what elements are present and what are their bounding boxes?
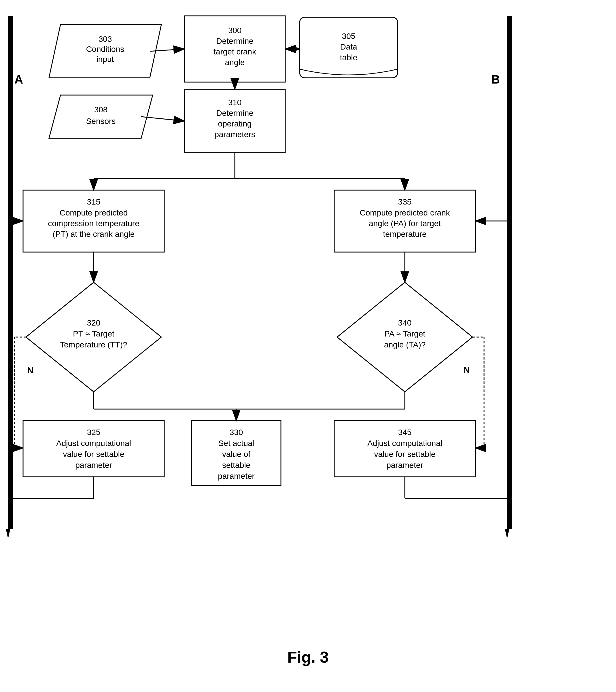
svg-text:340: 340 bbox=[398, 318, 412, 327]
svg-text:value for  settable: value for settable bbox=[63, 450, 124, 459]
svg-text:Sensors: Sensors bbox=[86, 117, 116, 126]
svg-text:N: N bbox=[27, 365, 34, 375]
svg-text:angle: angle bbox=[225, 58, 245, 67]
svg-text:A: A bbox=[15, 72, 23, 86]
svg-text:angle (PA) for target: angle (PA) for target bbox=[369, 219, 441, 228]
svg-text:Adjust computational: Adjust computational bbox=[56, 439, 131, 448]
node-300: 300 Determine target crank angle bbox=[185, 16, 285, 82]
svg-text:N: N bbox=[464, 365, 470, 375]
node-340: 340 PA ≈ Target angle (TA)? bbox=[337, 282, 472, 392]
node-303: 303 Conditions input bbox=[49, 24, 161, 78]
flowchart-svg: 303 Conditions input 300 Determine targe… bbox=[0, 0, 616, 692]
svg-text:300: 300 bbox=[228, 26, 242, 35]
node-305: 305 Data table bbox=[300, 17, 398, 78]
svg-text:parameter: parameter bbox=[218, 472, 255, 480]
svg-text:value for  settable: value for settable bbox=[374, 450, 436, 459]
svg-text:Set actual: Set actual bbox=[218, 439, 254, 448]
diagram-container: 303 Conditions input 300 Determine targe… bbox=[0, 0, 616, 692]
svg-text:Data: Data bbox=[340, 42, 357, 51]
svg-text:308: 308 bbox=[94, 105, 108, 114]
svg-text:(PT) at the crank angle: (PT) at the crank angle bbox=[53, 230, 135, 239]
svg-text:Compute predicted: Compute predicted bbox=[60, 208, 128, 217]
svg-text:angle (TA)?: angle (TA)? bbox=[384, 340, 426, 349]
svg-text:Temperature (TT)?: Temperature (TT)? bbox=[60, 340, 127, 349]
svg-text:B: B bbox=[491, 72, 500, 86]
svg-marker-81 bbox=[6, 529, 10, 539]
svg-text:table: table bbox=[340, 53, 358, 62]
svg-text:320: 320 bbox=[87, 318, 101, 327]
svg-text:parameter: parameter bbox=[75, 461, 112, 470]
svg-text:input: input bbox=[97, 55, 114, 64]
svg-text:305: 305 bbox=[342, 32, 356, 41]
svg-text:parameters: parameters bbox=[214, 130, 255, 139]
svg-text:Determine: Determine bbox=[216, 37, 253, 45]
svg-text:315: 315 bbox=[87, 197, 101, 206]
svg-text:operating: operating bbox=[218, 119, 252, 128]
svg-rect-82 bbox=[507, 16, 512, 529]
svg-text:temperature: temperature bbox=[383, 230, 427, 239]
svg-text:303: 303 bbox=[99, 35, 112, 43]
svg-text:Fig. 3: Fig. 3 bbox=[287, 648, 329, 666]
node-320: 320 PT ≈ Target Temperature (TT)? bbox=[26, 282, 161, 392]
svg-text:310: 310 bbox=[228, 98, 242, 107]
node-345: 345 Adjust computational value for setta… bbox=[334, 420, 475, 477]
svg-text:PT ≈ Target: PT ≈ Target bbox=[73, 329, 114, 338]
node-308: 308 Sensors bbox=[49, 95, 153, 138]
node-310: 310 Determine operating parameters bbox=[185, 89, 285, 153]
svg-text:Adjust computational: Adjust computational bbox=[367, 439, 442, 448]
node-330: 330 Set actual value of settable paramet… bbox=[192, 420, 281, 485]
svg-marker-83 bbox=[505, 529, 509, 539]
node-315: 315 Compute predicted compression temper… bbox=[23, 190, 164, 252]
svg-text:345: 345 bbox=[398, 428, 412, 437]
svg-text:335: 335 bbox=[398, 197, 412, 206]
svg-text:325: 325 bbox=[87, 428, 101, 437]
svg-rect-80 bbox=[8, 16, 13, 529]
svg-text:value of: value of bbox=[222, 450, 250, 459]
svg-text:Determine: Determine bbox=[216, 109, 253, 117]
svg-text:PA ≈ Target: PA ≈ Target bbox=[384, 329, 425, 338]
svg-text:Conditions: Conditions bbox=[86, 45, 124, 53]
node-335: 335 Compute predicted crank angle (PA) f… bbox=[334, 190, 475, 252]
svg-text:parameter: parameter bbox=[386, 461, 423, 470]
svg-line-60 bbox=[141, 117, 184, 121]
node-325: 325 Adjust computational value for setta… bbox=[23, 420, 164, 477]
svg-text:Compute predicted crank: Compute predicted crank bbox=[360, 208, 450, 217]
svg-text:compression temperature: compression temperature bbox=[48, 219, 139, 228]
svg-text:settable: settable bbox=[222, 461, 250, 470]
svg-text:330: 330 bbox=[230, 428, 243, 437]
svg-text:target crank: target crank bbox=[213, 47, 256, 56]
